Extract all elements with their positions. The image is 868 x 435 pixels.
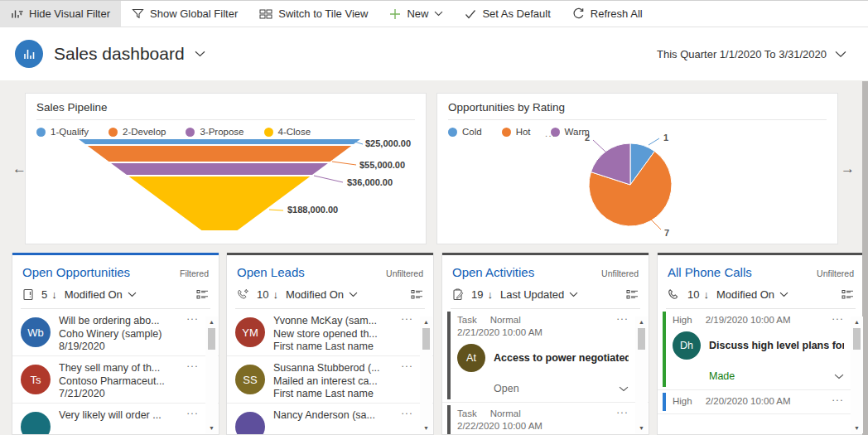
sort-field-selector[interactable]: Last Updated [500,288,564,301]
funnel-segment-propose[interactable] [111,163,328,175]
scrollbar[interactable]: ▲ ▼ [851,317,863,433]
hide-visual-filter-button[interactable]: Hide Visual Filter [0,1,121,27]
record-contact: First name Last name [273,388,400,401]
list-item[interactable]: Ts They sell many of th... Contoso Pharm… [12,356,219,404]
more-options-button[interactable]: ... [616,311,629,322]
view-selector-icon[interactable] [626,289,639,300]
sort-field-selector[interactable]: Modified On [286,288,344,301]
activity-status[interactable]: Open [494,383,519,394]
legend-item[interactable]: Hot [502,127,531,137]
view-selector-icon[interactable] [196,289,209,300]
record-topic[interactable]: Will be ordering abo... [59,315,186,328]
scroll-down-button[interactable]: ▼ [854,423,860,433]
record-topic[interactable]: Very likely will order ... [59,409,186,423]
legend-item[interactable]: 4-Close [264,127,311,137]
call-subject[interactable]: Discuss high level plans for f... [709,340,844,351]
chevron-down-icon[interactable] [569,292,578,297]
scroll-down-button[interactable]: ▼ [639,423,644,433]
pie-value-label: 7 [664,228,669,238]
avatar: At [457,344,485,372]
scroll-down-button[interactable]: ▼ [423,423,429,433]
chevron-down-icon[interactable] [779,292,788,297]
activity-item[interactable]: Task Normal 2/21/2020 10:00 AM ... At Ac… [442,309,649,403]
phone-call-item[interactable]: High 2/19/2020 10:00 AM ... Dh Discuss h… [658,309,864,390]
funnel-segment-qualify[interactable] [79,139,360,144]
scrollbar[interactable]: ▲ ▼ [635,317,648,433]
carousel-next-arrow[interactable]: → [841,162,855,176]
panel-title[interactable]: Open Opportunities [22,265,130,279]
funnel-segment-develop[interactable] [88,146,351,162]
record-name[interactable]: Nancy Anderson (sa... [273,409,400,423]
scroll-up-button[interactable]: ▲ [854,317,860,327]
legend-item[interactable]: 2-Develop [108,127,166,137]
time-range-filter[interactable]: This Quarter 1/1/2020 To 3/31/2020 [657,48,846,60]
more-options-button[interactable]: ... [832,311,844,322]
record-name[interactable]: Yvonne McKay (sam... [273,315,400,328]
view-selector-icon[interactable] [411,289,423,300]
activity-date: 2/21/2020 10:00 AM [457,327,629,337]
scroll-up-button[interactable]: ▲ [639,317,644,327]
scrollbar-thumb[interactable] [638,328,645,350]
list-item[interactable]: YM Yvonne McKay (sam... New store opened… [227,309,433,356]
show-global-filter-button[interactable]: Show Global Filter [121,1,248,27]
panel-title[interactable]: Open Activities [452,265,534,279]
scroll-up-button[interactable]: ▲ [209,317,215,327]
list-item[interactable]: Wb Will be ordering abo... Coho Winery (… [12,309,219,356]
scroll-down-button[interactable]: ▼ [209,423,215,433]
avatar: Ts [21,365,51,394]
view-selector-icon[interactable] [841,289,854,300]
more-options-button[interactable]: ... [401,405,413,417]
sort-direction-icon[interactable]: ↓ [487,288,493,301]
phone-call-item[interactable]: High 2/20/2020 10:00 AM ... [658,390,864,414]
chart-title: Opportunities by Rating [437,94,837,119]
scrollbar-thumb[interactable] [853,328,861,350]
page-edge-scrollbar [862,81,868,435]
chevron-down-icon[interactable] [834,374,844,379]
refresh-all-button[interactable]: Refresh All [562,1,653,27]
more-options-button[interactable]: ... [401,311,413,322]
dashboard-selector-chevron-icon[interactable] [195,51,205,57]
record-name[interactable]: Susanna Stubberod (... [273,362,400,375]
more-options-button[interactable]: ... [616,404,629,416]
activity-subject[interactable]: Access to power negotiated ... [494,352,629,364]
funnel-segment-close[interactable] [129,176,311,230]
sales-pipeline-chart-card: Sales Pipeline 1-Qualify 2-Develop 3-Pro… [25,93,427,244]
chevron-down-icon[interactable] [349,292,358,297]
scrollbar-thumb[interactable] [422,328,430,350]
legend-item[interactable]: 3-Propose [186,127,244,137]
set-as-default-button[interactable]: Set As Default [454,1,561,27]
sort-direction-icon[interactable]: ↓ [272,288,278,301]
more-options-button[interactable]: ... [186,405,199,417]
list-item[interactable]: SS Susanna Stubberod (... Mailed an inte… [227,356,433,404]
more-options-button[interactable]: ... [401,358,413,370]
switch-to-tile-view-button[interactable]: Switch to Tile View [248,1,379,27]
new-button[interactable]: New [379,1,454,27]
sort-direction-icon[interactable]: ↓ [703,288,709,301]
scrollbar[interactable]: ▲ ▼ [420,317,432,433]
chevron-down-icon[interactable] [434,11,443,17]
panel-title[interactable]: All Phone Calls [668,265,752,279]
chevron-down-icon[interactable] [619,386,629,392]
filter-status-badge: Unfiltered [601,268,639,278]
scrollbar-thumb[interactable] [208,328,215,350]
more-options-button[interactable]: ... [186,358,199,370]
legend-item[interactable]: 1-Qualify [36,127,89,137]
sort-direction-icon[interactable]: ↓ [51,288,57,301]
sort-field-selector[interactable]: Modified On [65,288,123,301]
scrollbar[interactable]: ▲ ▼ [205,317,218,433]
call-priority: High [673,396,692,406]
activity-item[interactable]: Task Normal 2/22/2020 10:00 AM ... [442,403,649,435]
phone-icon [668,288,680,301]
chevron-down-icon[interactable] [128,292,137,297]
call-status[interactable]: Made [709,370,735,382]
filter-status-badge: Filtered [180,268,209,278]
list-item[interactable]: Very likely will order ... ... [12,404,219,435]
legend-item[interactable]: Cold [448,127,482,137]
more-options-button[interactable]: ... [832,392,844,404]
record-topic[interactable]: They sell many of th... [59,362,186,375]
scroll-up-button[interactable]: ▲ [423,317,429,327]
sort-field-selector[interactable]: Modified On [716,288,774,301]
panel-title[interactable]: Open Leads [237,265,305,279]
more-options-button[interactable]: ... [186,311,199,322]
list-item[interactable]: Nancy Anderson (sa... ... [227,404,433,435]
